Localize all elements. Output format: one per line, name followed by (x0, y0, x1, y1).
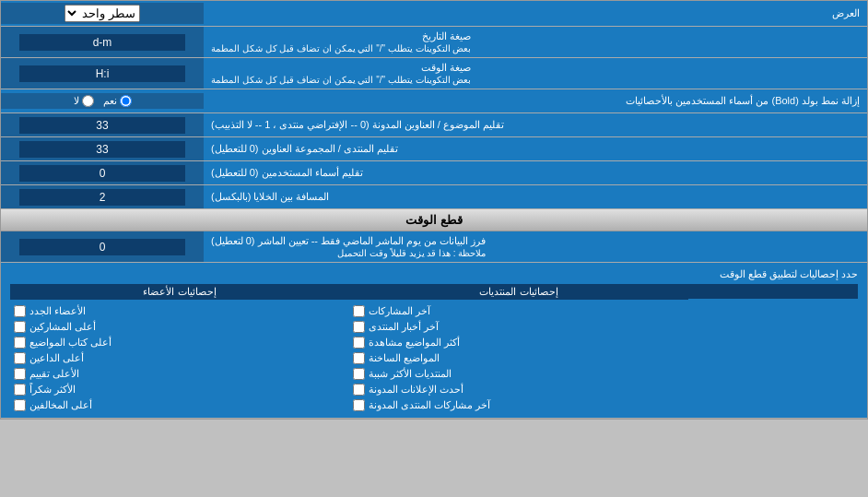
stat-checkbox-3[interactable] (353, 337, 365, 349)
stat-checkbox-m3[interactable] (14, 337, 26, 349)
cutoff-label: فرز البيانات من يوم الماشر الماضي فقط --… (204, 231, 867, 262)
stat-item-m7: أعلى المخالفين (10, 398, 349, 412)
stat-checkbox-1[interactable] (353, 305, 365, 317)
stat-item-m4: أعلى الداعين (10, 351, 349, 365)
cutoff-row: فرز البيانات من يوم الماشر الماضي فقط --… (1, 231, 867, 263)
stat-item-m6: الأكثر شكراً (10, 383, 349, 396)
display-select[interactable]: سطر واحد سطرين ثلاثة أسطر (65, 5, 140, 22)
member-stats-header: إحصائيات الأعضاء (10, 284, 349, 300)
title-trim-label: تقليم الموضوع / العناوين المدونة (0 -- ا… (204, 113, 867, 136)
display-row: العرض سطر واحد سطرين ثلاثة أسطر (1, 1, 867, 27)
empty-col (688, 284, 858, 412)
stat-item-m2: أعلى المشاركين (10, 320, 349, 334)
stat-checkbox-4[interactable] (353, 352, 365, 364)
stat-checkbox-7[interactable] (353, 399, 365, 411)
time-format-input-wrapper (1, 58, 204, 89)
username-trim-label: تقليم أسماء المستخدمين (0 للتعطيل) (204, 161, 867, 184)
stat-item-6: أحدث الإعلانات المدونة (349, 383, 688, 396)
stat-checkbox-m5[interactable] (14, 368, 26, 380)
cutoff-section-header: قطع الوقت (1, 209, 867, 231)
cutoff-section-title: قطع الوقت (405, 213, 463, 227)
stat-checkbox-2[interactable] (353, 321, 365, 333)
forum-stats-header: إحصائيات المنتديات (349, 284, 688, 300)
username-trim-input[interactable] (19, 165, 185, 182)
bold-no-label: لا (74, 95, 94, 107)
bold-radio-row: إزالة نمط بولد (Bold) من أسماء المستخدمي… (1, 89, 867, 113)
cell-spacing-label: المسافة بين الخلايا (بالبكسل) (204, 185, 867, 208)
stat-item-5: المنتديات الأكثر شببة (349, 367, 688, 381)
date-format-input-wrapper (1, 27, 204, 57)
stat-checkbox-m7[interactable] (14, 399, 26, 411)
time-format-input[interactable] (19, 65, 185, 82)
stats-columns: إحصائيات المنتديات آخر المشاركات آخر أخب… (10, 284, 858, 412)
stat-checkbox-m2[interactable] (14, 321, 26, 333)
stats-section-title: حدد إحصاليات لتطبيق قطع الوقت (10, 268, 858, 280)
stat-item-2: آخر أخبار المنتدى (349, 320, 688, 334)
bold-label: إزالة نمط بولد (Bold) من أسماء المستخدمي… (204, 91, 867, 111)
username-trim-input-wrapper (1, 161, 204, 184)
stat-item-m3: أعلى كتاب المواضيع (10, 336, 349, 349)
username-trim-row: تقليم أسماء المستخدمين (0 للتعطيل) (1, 161, 867, 185)
forum-trim-input-wrapper (1, 137, 204, 160)
time-format-label: صيغة الوقتبعض التكوينات يتطلب "/" التي ي… (204, 58, 867, 89)
stat-item-3: أكثر المواضيع مشاهدة (349, 336, 688, 349)
cell-spacing-input-wrapper (1, 185, 204, 208)
date-format-row: صيغة التاريخبعض التكوينات يتطلب "/" التي… (1, 27, 867, 58)
stat-item-m5: الأعلى تقييم (10, 367, 349, 381)
empty-col-header (688, 284, 858, 299)
time-format-row: صيغة الوقتبعض التكوينات يتطلب "/" التي ي… (1, 58, 867, 89)
stat-item-4: المواضيع الساخنة (349, 351, 688, 365)
forum-stats-col: إحصائيات المنتديات آخر المشاركات آخر أخب… (349, 284, 688, 412)
cell-spacing-input[interactable] (19, 189, 185, 206)
stat-item-1: آخر المشاركات (349, 304, 688, 318)
bold-yes-radio[interactable] (120, 95, 132, 107)
forum-trim-row: تقليم المنتدى / المجموعة العناوين (0 للت… (1, 137, 867, 161)
stat-checkbox-m1[interactable] (14, 305, 26, 317)
stat-checkbox-6[interactable] (353, 384, 365, 396)
display-select-wrapper: سطر واحد سطرين ثلاثة أسطر (1, 3, 204, 24)
title-trim-input-wrapper (1, 113, 204, 136)
date-format-label: صيغة التاريخبعض التكوينات يتطلب "/" التي… (204, 27, 867, 57)
cutoff-input[interactable] (19, 239, 185, 255)
title-trim-row: تقليم الموضوع / العناوين المدونة (0 -- ا… (1, 113, 867, 137)
stat-checkbox-m6[interactable] (14, 384, 26, 396)
bold-no-radio[interactable] (82, 95, 94, 107)
stat-checkbox-m4[interactable] (14, 352, 26, 364)
cell-spacing-row: المسافة بين الخلايا (بالبكسل) (1, 185, 867, 209)
bold-yes-label: نعم (103, 95, 132, 107)
stats-section: حدد إحصاليات لتطبيق قطع الوقت إحصائيات ا… (1, 263, 867, 419)
stat-item-7: آخر مشاركات المنتدى المدونة (349, 398, 688, 412)
forum-trim-input[interactable] (19, 141, 185, 158)
date-format-input[interactable] (19, 34, 185, 51)
stat-checkbox-5[interactable] (353, 368, 365, 380)
main-container: العرض سطر واحد سطرين ثلاثة أسطر صيغة الت… (0, 0, 868, 420)
bold-radio-options: نعم لا (1, 93, 204, 109)
cutoff-input-wrapper (1, 231, 204, 262)
display-label: العرض (204, 4, 867, 23)
member-stats-col: إحصائيات الأعضاء الأعضاء الجدد أعلى المش… (10, 284, 349, 412)
title-trim-input[interactable] (19, 117, 185, 134)
stat-item-m1: الأعضاء الجدد (10, 304, 349, 318)
forum-trim-label: تقليم المنتدى / المجموعة العناوين (0 للت… (204, 137, 867, 160)
